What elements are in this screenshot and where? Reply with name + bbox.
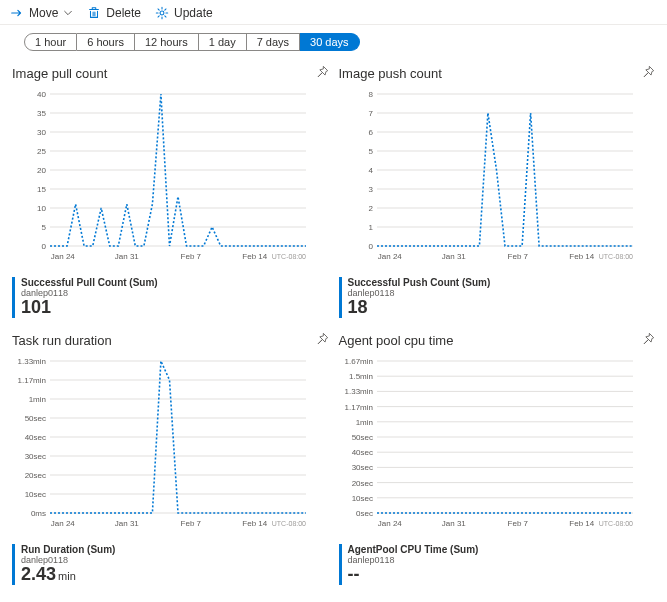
svg-text:20sec: 20sec — [25, 471, 46, 480]
chart-plot: 012345678Jan 24Jan 31Feb 7Feb 14UTC-08:0… — [339, 88, 639, 268]
svg-text:Feb 14: Feb 14 — [242, 252, 267, 261]
time-tab[interactable]: 30 days — [300, 33, 360, 51]
move-button[interactable]: Move — [10, 6, 73, 20]
svg-text:5: 5 — [368, 147, 373, 156]
svg-text:Feb 7: Feb 7 — [181, 252, 202, 261]
legend-unit: min — [58, 570, 76, 582]
svg-text:40sec: 40sec — [351, 448, 372, 457]
svg-text:30: 30 — [37, 128, 46, 137]
legend-resource: danlep0118 — [21, 555, 329, 565]
svg-text:30sec: 30sec — [25, 452, 46, 461]
svg-text:4: 4 — [368, 166, 373, 175]
legend-name: Run Duration (Sum) — [21, 544, 329, 555]
pin-icon[interactable] — [641, 332, 655, 349]
svg-text:1: 1 — [368, 223, 373, 232]
chart-title: Agent pool cpu time — [339, 333, 454, 348]
update-button[interactable]: Update — [155, 6, 213, 20]
delete-icon — [87, 6, 101, 20]
chart-plot: 0510152025303540Jan 24Jan 31Feb 7Feb 14U… — [12, 88, 312, 268]
chart-title: Task run duration — [12, 333, 112, 348]
chart-card: Image push count 012345678Jan 24Jan 31Fe… — [337, 61, 658, 322]
svg-text:Jan 24: Jan 24 — [377, 252, 402, 261]
gear-icon — [155, 6, 169, 20]
time-tab[interactable]: 1 day — [199, 33, 247, 51]
svg-text:25: 25 — [37, 147, 46, 156]
svg-text:50sec: 50sec — [351, 433, 372, 442]
chart-card: Task run duration 0ms10sec20sec30sec40se… — [10, 328, 331, 589]
svg-text:0ms: 0ms — [31, 509, 46, 518]
chart-plot: 0sec10sec20sec30sec40sec50sec1min1.17min… — [339, 355, 639, 535]
legend-value: 2.43min — [21, 565, 329, 585]
svg-text:10: 10 — [37, 204, 46, 213]
svg-text:2: 2 — [368, 204, 373, 213]
legend-value: 101 — [21, 298, 329, 318]
svg-text:Feb 7: Feb 7 — [507, 519, 528, 528]
svg-text:5: 5 — [42, 223, 47, 232]
chart-legend: Successful Push Count (Sum) danlep0118 1… — [339, 277, 656, 318]
move-label: Move — [29, 6, 58, 20]
time-tab[interactable]: 6 hours — [77, 33, 135, 51]
svg-text:0: 0 — [368, 242, 373, 251]
legend-name: Successful Pull Count (Sum) — [21, 277, 329, 288]
chart-header: Image pull count — [12, 65, 329, 82]
charts-grid: Image pull count 0510152025303540Jan 24J… — [0, 53, 667, 601]
svg-text:UTC-08:00: UTC-08:00 — [598, 520, 632, 527]
svg-point-0 — [160, 11, 164, 15]
svg-text:Jan 31: Jan 31 — [441, 252, 466, 261]
legend-value: -- — [348, 565, 656, 585]
svg-text:Feb 14: Feb 14 — [569, 519, 594, 528]
update-label: Update — [174, 6, 213, 20]
svg-text:20sec: 20sec — [351, 478, 372, 487]
svg-text:0sec: 0sec — [356, 509, 373, 518]
pin-icon[interactable] — [641, 65, 655, 82]
svg-text:10sec: 10sec — [25, 490, 46, 499]
svg-text:Feb 7: Feb 7 — [181, 519, 202, 528]
svg-text:1.5min: 1.5min — [348, 372, 372, 381]
legend-name: Successful Push Count (Sum) — [348, 277, 656, 288]
time-tab[interactable]: 7 days — [247, 33, 300, 51]
svg-text:Jan 24: Jan 24 — [377, 519, 402, 528]
svg-text:UTC-08:00: UTC-08:00 — [598, 253, 632, 260]
delete-label: Delete — [106, 6, 141, 20]
legend-resource: danlep0118 — [348, 555, 656, 565]
chart-legend: Run Duration (Sum) danlep0118 2.43min — [12, 544, 329, 585]
chart-card: Image pull count 0510152025303540Jan 24J… — [10, 61, 331, 322]
pin-icon[interactable] — [315, 332, 329, 349]
chart-plot: 0ms10sec20sec30sec40sec50sec1min1.17min1… — [12, 355, 312, 535]
chart-header: Task run duration — [12, 332, 329, 349]
svg-text:20: 20 — [37, 166, 46, 175]
svg-text:Feb 7: Feb 7 — [507, 252, 528, 261]
svg-text:1min: 1min — [29, 395, 46, 404]
svg-text:1.33min: 1.33min — [344, 387, 372, 396]
svg-text:10sec: 10sec — [351, 494, 372, 503]
svg-text:1.33min: 1.33min — [18, 357, 46, 366]
legend-resource: danlep0118 — [348, 288, 656, 298]
svg-text:15: 15 — [37, 185, 46, 194]
svg-text:Jan 31: Jan 31 — [441, 519, 466, 528]
legend-resource: danlep0118 — [21, 288, 329, 298]
pin-icon[interactable] — [315, 65, 329, 82]
svg-text:1.17min: 1.17min — [18, 376, 46, 385]
svg-text:7: 7 — [368, 109, 373, 118]
svg-text:Jan 24: Jan 24 — [51, 519, 76, 528]
time-tab[interactable]: 1 hour — [24, 33, 77, 51]
delete-button[interactable]: Delete — [87, 6, 141, 20]
chart-legend: Successful Pull Count (Sum) danlep0118 1… — [12, 277, 329, 318]
svg-text:30sec: 30sec — [351, 463, 372, 472]
move-icon — [10, 6, 24, 20]
svg-text:6: 6 — [368, 128, 373, 137]
chevron-down-icon — [63, 8, 73, 18]
svg-text:UTC-08:00: UTC-08:00 — [272, 253, 306, 260]
svg-text:40sec: 40sec — [25, 433, 46, 442]
time-tab[interactable]: 12 hours — [135, 33, 199, 51]
svg-text:1.67min: 1.67min — [344, 357, 372, 366]
svg-text:Feb 14: Feb 14 — [569, 252, 594, 261]
svg-text:8: 8 — [368, 90, 373, 99]
svg-text:3: 3 — [368, 185, 373, 194]
legend-value: 18 — [348, 298, 656, 318]
svg-text:1min: 1min — [355, 418, 372, 427]
chart-title: Image pull count — [12, 66, 107, 81]
svg-text:Jan 31: Jan 31 — [115, 252, 140, 261]
svg-text:40: 40 — [37, 90, 46, 99]
svg-text:Feb 14: Feb 14 — [242, 519, 267, 528]
